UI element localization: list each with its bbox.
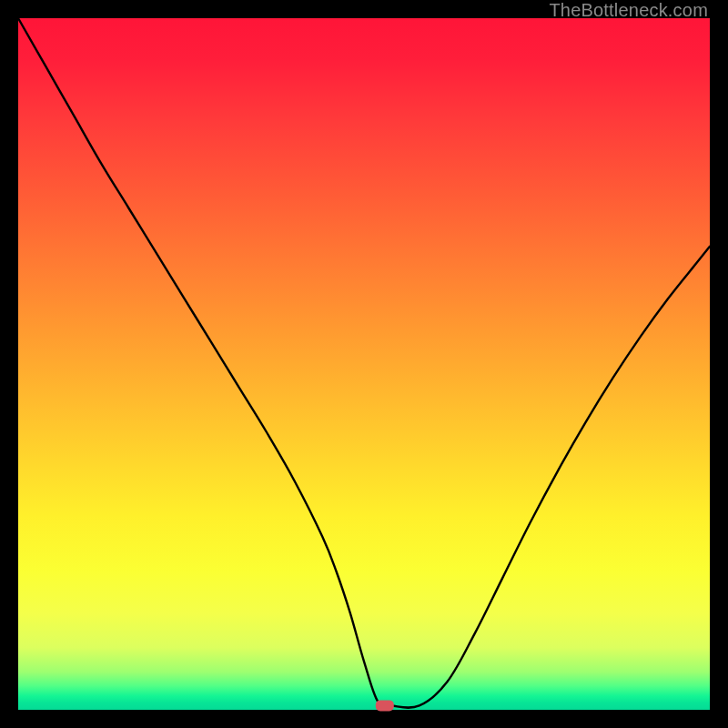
chart-plot-area — [18, 18, 710, 710]
chart-svg — [18, 18, 710, 710]
watermark-text: TheBottleneck.com — [549, 0, 708, 21]
chart-frame: TheBottleneck.com — [0, 0, 728, 728]
optimal-marker — [376, 700, 394, 711]
bottleneck-curve — [18, 18, 710, 708]
